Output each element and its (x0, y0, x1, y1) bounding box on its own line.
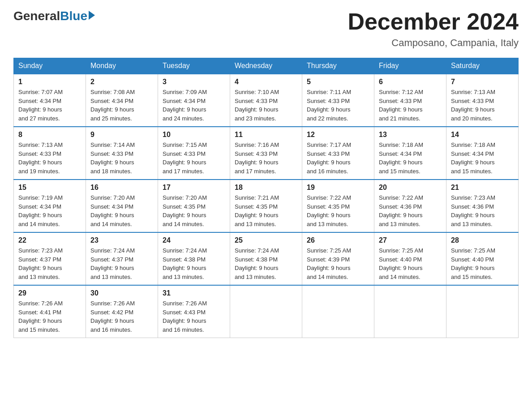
day-number: 5 (307, 78, 369, 86)
table-row: 20 Sunrise: 7:22 AM Sunset: 4:36 PM Dayl… (374, 180, 446, 232)
day-number: 26 (307, 236, 369, 244)
table-row: 1 Sunrise: 7:07 AM Sunset: 4:34 PM Dayli… (14, 74, 86, 127)
day-number: 31 (163, 289, 225, 297)
day-number: 9 (90, 131, 153, 139)
table-row: 24 Sunrise: 7:24 AM Sunset: 4:38 PM Dayl… (158, 232, 230, 285)
table-row: 3 Sunrise: 7:09 AM Sunset: 4:34 PM Dayli… (158, 74, 230, 127)
day-number: 7 (451, 78, 514, 86)
location-text: Camposano, Campania, Italy (348, 37, 519, 49)
title-section: December 2024 Camposano, Campania, Italy (348, 9, 519, 49)
table-row: 31 Sunrise: 7:26 AM Sunset: 4:43 PM Dayl… (158, 285, 230, 338)
day-number: 13 (379, 131, 442, 139)
day-number: 25 (235, 236, 297, 244)
table-row: 10 Sunrise: 7:15 AM Sunset: 4:33 PM Dayl… (158, 127, 230, 180)
day-info: Sunrise: 7:22 AM Sunset: 4:35 PM Dayligh… (307, 193, 369, 228)
day-info: Sunrise: 7:26 AM Sunset: 4:42 PM Dayligh… (90, 299, 153, 334)
day-info: Sunrise: 7:08 AM Sunset: 4:34 PM Dayligh… (90, 88, 153, 123)
table-row: 7 Sunrise: 7:13 AM Sunset: 4:33 PM Dayli… (446, 74, 519, 127)
day-number: 12 (307, 131, 369, 139)
day-info: Sunrise: 7:15 AM Sunset: 4:33 PM Dayligh… (163, 141, 225, 176)
col-thursday: Thursday (302, 58, 374, 74)
col-saturday: Saturday (446, 58, 519, 74)
day-info: Sunrise: 7:20 AM Sunset: 4:34 PM Dayligh… (90, 193, 153, 228)
table-row (230, 285, 302, 338)
day-number: 19 (307, 184, 369, 192)
week-row-5: 29 Sunrise: 7:26 AM Sunset: 4:41 PM Dayl… (14, 285, 519, 338)
day-number: 27 (379, 236, 442, 244)
day-info: Sunrise: 7:24 AM Sunset: 4:38 PM Dayligh… (235, 246, 297, 281)
day-number: 18 (235, 184, 297, 192)
day-number: 28 (451, 236, 514, 244)
col-friday: Friday (374, 58, 446, 74)
logo-blue-part: Blue (60, 9, 95, 23)
table-row: 27 Sunrise: 7:25 AM Sunset: 4:40 PM Dayl… (374, 232, 446, 285)
day-number: 22 (18, 236, 81, 244)
col-wednesday: Wednesday (230, 58, 302, 74)
day-info: Sunrise: 7:18 AM Sunset: 4:34 PM Dayligh… (451, 141, 514, 176)
day-number: 10 (163, 131, 225, 139)
table-row: 21 Sunrise: 7:23 AM Sunset: 4:36 PM Dayl… (446, 180, 519, 232)
logo: General Blue (13, 9, 95, 23)
table-row (374, 285, 446, 338)
day-info: Sunrise: 7:10 AM Sunset: 4:33 PM Dayligh… (235, 88, 297, 123)
calendar-table: Sunday Monday Tuesday Wednesday Thursday… (13, 58, 519, 338)
table-row: 12 Sunrise: 7:17 AM Sunset: 4:33 PM Dayl… (302, 127, 374, 180)
table-row: 19 Sunrise: 7:22 AM Sunset: 4:35 PM Dayl… (302, 180, 374, 232)
table-row: 25 Sunrise: 7:24 AM Sunset: 4:38 PM Dayl… (230, 232, 302, 285)
day-number: 6 (379, 78, 442, 86)
day-info: Sunrise: 7:20 AM Sunset: 4:35 PM Dayligh… (163, 193, 225, 228)
week-row-4: 22 Sunrise: 7:23 AM Sunset: 4:37 PM Dayl… (14, 232, 519, 285)
col-tuesday: Tuesday (158, 58, 230, 74)
day-number: 20 (379, 184, 442, 192)
day-info: Sunrise: 7:24 AM Sunset: 4:38 PM Dayligh… (163, 246, 225, 281)
day-number: 1 (18, 78, 81, 86)
table-row: 18 Sunrise: 7:21 AM Sunset: 4:35 PM Dayl… (230, 180, 302, 232)
day-info: Sunrise: 7:09 AM Sunset: 4:34 PM Dayligh… (163, 88, 225, 123)
table-row: 26 Sunrise: 7:25 AM Sunset: 4:39 PM Dayl… (302, 232, 374, 285)
day-info: Sunrise: 7:25 AM Sunset: 4:39 PM Dayligh… (307, 246, 369, 281)
day-number: 4 (235, 78, 297, 86)
day-info: Sunrise: 7:22 AM Sunset: 4:36 PM Dayligh… (379, 193, 442, 228)
week-row-3: 15 Sunrise: 7:19 AM Sunset: 4:34 PM Dayl… (14, 180, 519, 232)
col-monday: Monday (86, 58, 158, 74)
day-number: 16 (90, 184, 153, 192)
day-info: Sunrise: 7:16 AM Sunset: 4:33 PM Dayligh… (235, 141, 297, 176)
day-number: 11 (235, 131, 297, 139)
day-number: 29 (18, 289, 81, 297)
logo-triangle-icon (89, 11, 95, 20)
day-info: Sunrise: 7:19 AM Sunset: 4:34 PM Dayligh… (18, 193, 81, 228)
day-info: Sunrise: 7:07 AM Sunset: 4:34 PM Dayligh… (18, 88, 81, 123)
table-row (446, 285, 519, 338)
day-info: Sunrise: 7:13 AM Sunset: 4:33 PM Dayligh… (451, 88, 514, 123)
logo-blue-text: Blue (60, 9, 87, 23)
table-row: 29 Sunrise: 7:26 AM Sunset: 4:41 PM Dayl… (14, 285, 86, 338)
table-row: 17 Sunrise: 7:20 AM Sunset: 4:35 PM Dayl… (158, 180, 230, 232)
table-row: 11 Sunrise: 7:16 AM Sunset: 4:33 PM Dayl… (230, 127, 302, 180)
day-number: 14 (451, 131, 514, 139)
day-info: Sunrise: 7:26 AM Sunset: 4:41 PM Dayligh… (18, 299, 81, 334)
table-row: 4 Sunrise: 7:10 AM Sunset: 4:33 PM Dayli… (230, 74, 302, 127)
day-info: Sunrise: 7:26 AM Sunset: 4:43 PM Dayligh… (163, 299, 225, 334)
day-info: Sunrise: 7:23 AM Sunset: 4:36 PM Dayligh… (451, 193, 514, 228)
day-number: 30 (90, 289, 153, 297)
day-info: Sunrise: 7:14 AM Sunset: 4:33 PM Dayligh… (90, 141, 153, 176)
table-row: 6 Sunrise: 7:12 AM Sunset: 4:33 PM Dayli… (374, 74, 446, 127)
day-info: Sunrise: 7:12 AM Sunset: 4:33 PM Dayligh… (379, 88, 442, 123)
week-row-2: 8 Sunrise: 7:13 AM Sunset: 4:33 PM Dayli… (14, 127, 519, 180)
day-number: 2 (90, 78, 153, 86)
table-row: 22 Sunrise: 7:23 AM Sunset: 4:37 PM Dayl… (14, 232, 86, 285)
col-sunday: Sunday (14, 58, 86, 74)
table-row: 8 Sunrise: 7:13 AM Sunset: 4:33 PM Dayli… (14, 127, 86, 180)
table-row: 13 Sunrise: 7:18 AM Sunset: 4:34 PM Dayl… (374, 127, 446, 180)
day-number: 23 (90, 236, 153, 244)
calendar-header-row: Sunday Monday Tuesday Wednesday Thursday… (14, 58, 519, 74)
day-info: Sunrise: 7:24 AM Sunset: 4:37 PM Dayligh… (90, 246, 153, 281)
table-row: 23 Sunrise: 7:24 AM Sunset: 4:37 PM Dayl… (86, 232, 158, 285)
week-row-1: 1 Sunrise: 7:07 AM Sunset: 4:34 PM Dayli… (14, 74, 519, 127)
logo-general-text: General (13, 9, 60, 23)
table-row: 5 Sunrise: 7:11 AM Sunset: 4:33 PM Dayli… (302, 74, 374, 127)
day-info: Sunrise: 7:11 AM Sunset: 4:33 PM Dayligh… (307, 88, 369, 123)
day-number: 3 (163, 78, 225, 86)
day-number: 8 (18, 131, 81, 139)
day-info: Sunrise: 7:23 AM Sunset: 4:37 PM Dayligh… (18, 246, 81, 281)
